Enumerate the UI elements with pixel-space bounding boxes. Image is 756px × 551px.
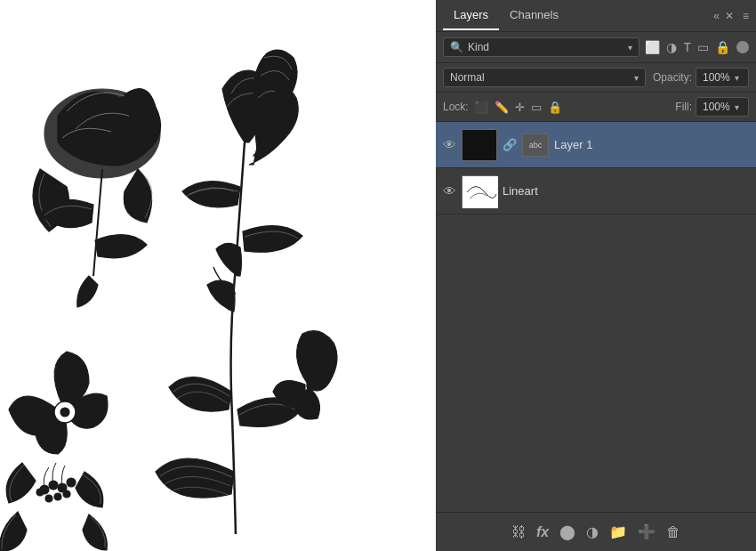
layer1-link-icon[interactable]: 🔗 [503, 138, 517, 151]
fill-label: Fill: [675, 101, 692, 113]
tab-layers[interactable]: Layers [443, 1, 499, 30]
search-icon: 🔍 [450, 41, 463, 53]
new-layer-button[interactable]: ➕ [638, 523, 655, 540]
fill-group: Fill: 100% ▾ [675, 97, 749, 117]
close-icon[interactable]: ✕ [725, 10, 734, 22]
adjustment-filter-icon[interactable]: ◑ [666, 40, 677, 54]
layer-item-lineart[interactable]: 👁 Lineart [436, 168, 756, 215]
panel-tabs: Layers Channels [443, 1, 713, 30]
layer1-mask-thumbnail: abc [522, 134, 549, 157]
panel-header: Layers Channels « ✕ ≡ [436, 0, 756, 32]
kind-label: Kind [468, 41, 489, 53]
filter-circle[interactable] [736, 41, 749, 53]
lock-all-icon[interactable]: 🔒 [548, 101, 562, 114]
layers-panel: Layers Channels « ✕ ≡ 🔍 Kind ▾ ⬜ ◑ T ▭ 🔒… [436, 0, 756, 551]
layers-list: 👁 🔗 abc Layer 1 👁 Lineart [436, 122, 756, 512]
adjustment-button[interactable]: ◑ [586, 523, 599, 540]
lock-label: Lock: [443, 101, 469, 113]
blend-mode-dropdown[interactable]: Normal ▾ [443, 68, 646, 87]
blend-mode-label: Normal [450, 71, 485, 84]
type-filter-icon[interactable]: T [683, 40, 691, 54]
fill-input[interactable]: 100% ▾ [696, 97, 749, 117]
layer1-visibility-icon[interactable]: 👁 [443, 137, 456, 152]
opacity-group: Opacity: 100% ▾ [653, 68, 749, 87]
svg-point-10 [63, 490, 70, 498]
blend-row: Normal ▾ Opacity: 100% ▾ [436, 63, 756, 93]
blend-mode-chevron: ▾ [634, 73, 639, 83]
filter-icons: ⬜ ◑ T ▭ 🔒 [645, 40, 749, 54]
opacity-chevron: ▾ [735, 73, 739, 83]
opacity-label: Opacity: [653, 71, 692, 84]
lineart-thumbnail [462, 175, 497, 207]
lock-pixels-icon[interactable]: ⬛ [474, 101, 488, 114]
link-layers-button[interactable]: ⛓ [511, 524, 526, 540]
filter-row: 🔍 Kind ▾ ⬜ ◑ T ▭ 🔒 [436, 32, 756, 63]
lineart-visibility-icon[interactable]: 👁 [443, 183, 456, 199]
smart-filter-icon[interactable]: 🔒 [715, 40, 730, 54]
svg-point-8 [45, 495, 52, 502]
delete-layer-button[interactable]: 🗑 [666, 524, 680, 540]
new-group-button[interactable]: 📁 [609, 523, 627, 540]
lineart-name: Lineart [503, 184, 749, 198]
panel-footer: ⛓ fx ⬤ ◑ 📁 ➕ 🗑 [436, 512, 756, 551]
pixel-filter-icon[interactable]: ⬜ [645, 40, 660, 54]
svg-point-9 [54, 493, 61, 500]
kind-chevron: ▾ [628, 43, 632, 53]
lock-position-icon[interactable]: ✛ [515, 101, 525, 114]
lock-image-icon[interactable]: ✏️ [495, 101, 509, 114]
layer1-thumbnail [462, 129, 497, 161]
lock-row: Lock: ⬛ ✏️ ✛ ▭ 🔒 Fill: 100% ▾ [436, 93, 756, 122]
tab-channels[interactable]: Channels [499, 1, 569, 30]
layer-item-layer1[interactable]: 👁 🔗 abc Layer 1 [436, 122, 756, 168]
svg-point-11 [36, 489, 44, 496]
fx-button[interactable]: fx [536, 524, 549, 540]
shape-filter-icon[interactable]: ▭ [697, 40, 709, 54]
panel-header-controls: « ✕ ≡ [713, 10, 749, 22]
collapse-icon[interactable]: « [713, 10, 720, 22]
layer1-name: Layer 1 [554, 138, 749, 151]
canvas-area [0, 0, 436, 551]
opacity-number: 100% [703, 71, 730, 84]
svg-rect-12 [462, 176, 498, 208]
opacity-input[interactable]: 100% ▾ [696, 68, 749, 87]
svg-point-3 [60, 408, 69, 417]
kind-dropdown[interactable]: 🔍 Kind ▾ [443, 37, 639, 57]
fill-number: 100% [703, 101, 730, 113]
lock-artboard-icon[interactable]: ▭ [531, 101, 542, 114]
fill-chevron: ▾ [735, 102, 739, 112]
lock-icons: ⬛ ✏️ ✛ ▭ 🔒 [474, 101, 562, 114]
add-mask-button[interactable]: ⬤ [559, 523, 575, 540]
svg-point-7 [67, 478, 76, 487]
panel-menu-icon[interactable]: ≡ [743, 10, 749, 22]
